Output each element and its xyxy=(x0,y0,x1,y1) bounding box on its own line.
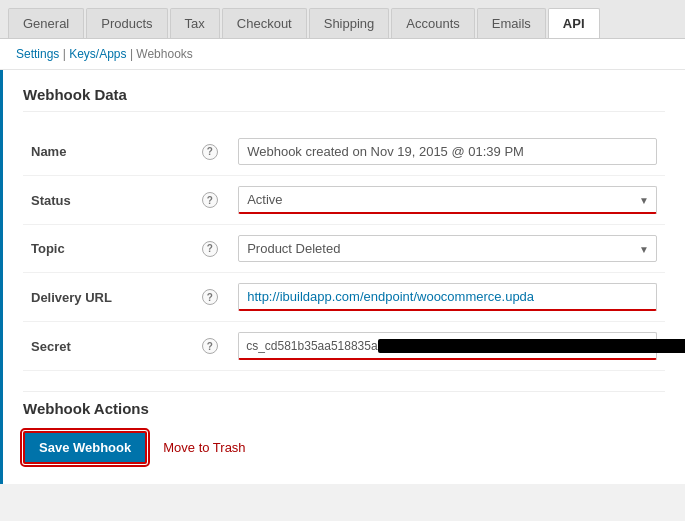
secret-field-container: cs_cd581b35aa518835a●●●●●●●●●●●●●●●●●●●●… xyxy=(238,332,657,360)
tabs-bar: General Products Tax Checkout Shipping A… xyxy=(0,0,685,39)
move-to-trash-link[interactable]: Move to Trash xyxy=(163,440,245,455)
tab-api[interactable]: API xyxy=(548,8,600,38)
label-name: Name xyxy=(23,128,189,176)
input-cell-topic: Product Deleted Product Created Product … xyxy=(230,225,665,273)
status-select[interactable]: Active Paused Disabled xyxy=(238,186,657,214)
label-secret: Secret xyxy=(23,322,189,371)
content-area: Webhook Data Name ? Status ? Active Paus… xyxy=(0,70,685,484)
field-row-delivery-url: Delivery URL ? xyxy=(23,273,665,322)
tab-tax[interactable]: Tax xyxy=(170,8,220,38)
webhook-form-table: Name ? Status ? Active Paused Disabled xyxy=(23,128,665,371)
save-webhook-button[interactable]: Save Webhook xyxy=(23,431,147,464)
field-row-topic: Topic ? Product Deleted Product Created … xyxy=(23,225,665,273)
field-row-name: Name ? xyxy=(23,128,665,176)
section-title-webhook-actions: Webhook Actions xyxy=(23,391,665,417)
label-topic: Topic xyxy=(23,225,189,273)
topic-select-wrapper: Product Deleted Product Created Product … xyxy=(238,235,657,262)
status-select-wrapper: Active Paused Disabled ▼ xyxy=(238,186,657,214)
section-title-webhook-data: Webhook Data xyxy=(23,86,665,112)
help-cell-topic: ? xyxy=(189,225,230,273)
input-cell-secret: cs_cd581b35aa518835a●●●●●●●●●●●●●●●●●●●●… xyxy=(230,322,665,371)
label-status: Status xyxy=(23,176,189,225)
input-cell-status: Active Paused Disabled ▼ xyxy=(230,176,665,225)
help-cell-status: ? xyxy=(189,176,230,225)
topic-select[interactable]: Product Deleted Product Created Product … xyxy=(238,235,657,262)
actions-row: Save Webhook Move to Trash xyxy=(23,431,665,464)
tab-accounts[interactable]: Accounts xyxy=(391,8,474,38)
tab-general[interactable]: General xyxy=(8,8,84,38)
field-row-secret: Secret ? cs_cd581b35aa518835a●●●●●●●●●●●… xyxy=(23,322,665,371)
field-row-status: Status ? Active Paused Disabled ▼ xyxy=(23,176,665,225)
label-delivery-url: Delivery URL xyxy=(23,273,189,322)
breadcrumb-keys-link[interactable]: Keys/Apps xyxy=(69,47,126,61)
help-icon-delivery-url[interactable]: ? xyxy=(202,289,218,305)
secret-input[interactable] xyxy=(238,332,657,360)
input-cell-name xyxy=(230,128,665,176)
breadcrumb-current: Webhooks xyxy=(136,47,192,61)
breadcrumb-settings-link[interactable]: Settings xyxy=(16,47,59,61)
help-icon-topic[interactable]: ? xyxy=(202,241,218,257)
help-cell-name: ? xyxy=(189,128,230,176)
help-cell-secret: ? xyxy=(189,322,230,371)
help-icon-name[interactable]: ? xyxy=(202,144,218,160)
help-cell-delivery-url: ? xyxy=(189,273,230,322)
delivery-url-input[interactable] xyxy=(238,283,657,311)
breadcrumb: Settings | Keys/Apps | Webhooks xyxy=(0,39,685,70)
tab-emails[interactable]: Emails xyxy=(477,8,546,38)
name-input[interactable] xyxy=(238,138,657,165)
tab-products[interactable]: Products xyxy=(86,8,167,38)
input-cell-delivery-url xyxy=(230,273,665,322)
help-icon-secret[interactable]: ? xyxy=(202,338,218,354)
help-icon-status[interactable]: ? xyxy=(202,192,218,208)
tab-shipping[interactable]: Shipping xyxy=(309,8,390,38)
tab-checkout[interactable]: Checkout xyxy=(222,8,307,38)
